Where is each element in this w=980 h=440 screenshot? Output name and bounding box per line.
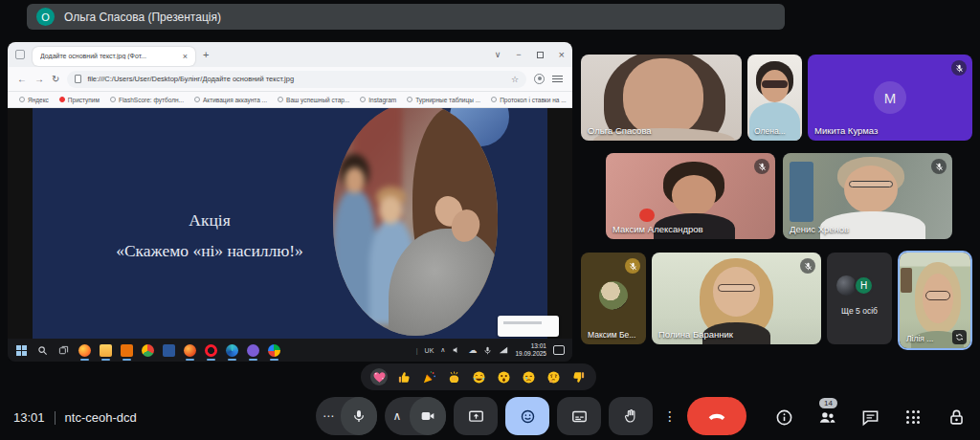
back-icon[interactable]: ← (17, 74, 27, 84)
self-video-tile-liliya[interactable]: Лілія ... (898, 251, 972, 350)
mic-off-icon (931, 159, 947, 174)
file-explorer-icon[interactable] (100, 344, 112, 357)
reactions-button[interactable] (505, 397, 549, 435)
camera-flip-icon[interactable] (952, 330, 967, 344)
menu-icon[interactable] (552, 76, 563, 82)
info-icon[interactable] (773, 407, 794, 428)
opera-icon[interactable] (205, 344, 217, 357)
reaction-sparkling-heart-icon[interactable] (370, 368, 388, 385)
start-button-icon[interactable] (15, 344, 28, 357)
new-tab-button[interactable]: + (203, 49, 209, 60)
activities-grid-icon[interactable] (902, 407, 924, 428)
bookmark-item[interactable]: Ваш успешный стар... (278, 97, 349, 103)
reaction-party-popper-icon[interactable] (420, 368, 437, 385)
slide-line-2: «Скажемо «ні» насиллю!» (52, 235, 368, 266)
taskbar-tooltip (498, 316, 559, 337)
call-controls: ⋯ ∧ ⋮ (316, 397, 746, 435)
reaction-astonished-face-icon[interactable] (495, 368, 512, 385)
present-screen-button[interactable] (454, 397, 498, 435)
firefox-icon[interactable] (78, 344, 91, 357)
account-icon[interactable] (534, 74, 545, 84)
google-meet-window: O Ольга Спасова (Презентація) Додайте ос… (0, 0, 980, 440)
browser-tabstrip: Додайте основний текст.jpg (Фот... × + ∨… (8, 42, 572, 67)
search-icon[interactable] (36, 344, 49, 357)
forward-icon[interactable]: → (34, 74, 44, 84)
participant-name: Микита Курмаз (814, 125, 878, 136)
participant-name: Лілія ... (906, 334, 933, 343)
bookmark-item[interactable]: Приступим (59, 97, 100, 103)
video-tile-denys[interactable]: Денис Хренов (783, 153, 952, 239)
reaction-thumbs-down-icon[interactable] (569, 368, 587, 385)
browser-tab[interactable]: Додайте основний текст.jpg (Фот... × (33, 47, 195, 66)
video-tile-maksym-a[interactable]: Максим Александров (606, 153, 775, 239)
slide-image: Акція «Скажемо «ні» насиллю!» (33, 108, 547, 362)
address-bar[interactable]: file:///C:/Users/User/Desktop/Булінг/Дод… (67, 71, 526, 88)
reaction-thumbs-up-icon[interactable] (395, 368, 412, 385)
more-options-icon[interactable]: ⋮ (660, 397, 679, 435)
participant-name: Максим Бе... (588, 330, 635, 340)
video-tile-olga[interactable]: Ольга Спасова (581, 55, 742, 141)
bookmark-item[interactable]: FlashScore: футболн... (110, 97, 184, 103)
cloud-icon[interactable]: ☁ (468, 345, 477, 355)
mic-button[interactable]: ⋯ (316, 397, 377, 435)
camera-options-icon[interactable]: ∧ (385, 409, 410, 423)
letter-avatar: M (874, 81, 906, 114)
chat-icon[interactable] (859, 407, 880, 428)
raise-hand-button[interactable] (609, 397, 653, 435)
mic-off-icon (625, 258, 640, 274)
reaction-crying-face-icon[interactable] (520, 368, 537, 385)
notification-center-icon[interactable] (553, 345, 565, 355)
host-controls-lock-icon[interactable] (946, 407, 967, 428)
overflow-tile[interactable]: H Ще 5 осіб (827, 253, 892, 344)
bookmark-star-icon[interactable]: ☆ (511, 75, 519, 84)
word-icon[interactable] (163, 344, 175, 357)
image-viewer: Акція «Скажемо «ні» насиллю!» (8, 108, 572, 362)
minimize-button[interactable]: − (516, 50, 521, 59)
bookmark-item[interactable]: Турнирные таблицы ... (407, 97, 480, 103)
reaction-clapping-hands-icon[interactable] (445, 368, 462, 385)
language-indicator[interactable]: UK (425, 347, 434, 354)
mic-options-icon[interactable]: ⋯ (316, 409, 341, 423)
people-icon[interactable]: 14 (816, 407, 837, 428)
bookmark-item[interactable]: Яндекс (19, 97, 49, 103)
file-icon (75, 75, 81, 83)
end-call-button[interactable] (687, 397, 746, 435)
orange-app-icon[interactable] (121, 344, 133, 357)
reaction-face-with-tears-of-joy-icon[interactable] (470, 368, 487, 385)
reaction-thinking-face-icon[interactable] (545, 368, 562, 385)
divider (55, 411, 56, 425)
video-tile-maksym-b[interactable]: Максим Бе... (581, 253, 646, 344)
video-tile-olena[interactable]: Олена... (747, 55, 802, 141)
maximize-button[interactable] (537, 52, 544, 58)
taskbar-clock[interactable]: 13:01 19.09.2025 (515, 342, 546, 359)
camera-button[interactable]: ∧ (385, 397, 446, 435)
mic-off-icon (800, 258, 815, 274)
purple-app-icon[interactable] (247, 344, 259, 357)
mic-icon[interactable] (341, 397, 377, 435)
bookmark-item[interactable]: Протокол і ставки на ... (491, 97, 566, 103)
chrome-icon[interactable] (142, 344, 154, 357)
overflow-letter-avatar: H (854, 275, 874, 296)
captions-button[interactable] (557, 397, 601, 435)
firefox-2-icon[interactable] (184, 344, 196, 357)
close-window-button[interactable]: × (559, 49, 565, 60)
meet-icon[interactable] (268, 344, 280, 357)
participant-name: Максим Александров (612, 224, 703, 234)
video-tile-mykyta[interactable]: M Микита Курмаз (808, 55, 972, 141)
reload-icon[interactable]: ↻ (52, 74, 59, 84)
task-view-icon[interactable] (57, 344, 70, 357)
video-tile-polina[interactable]: Полина Баранник (652, 253, 821, 344)
bookmark-item[interactable]: Instagram (360, 97, 396, 103)
tabs-menu-icon[interactable]: ∨ (495, 50, 501, 59)
edge-icon[interactable] (226, 344, 238, 357)
mic-off-icon (951, 60, 967, 76)
bookmark-item[interactable]: Активация аккаунта ... (194, 97, 267, 103)
tray-mic-icon[interactable] (483, 346, 492, 355)
tab-close-icon[interactable]: × (183, 52, 188, 61)
clock-time: 13:01 (13, 410, 45, 425)
speaker-icon[interactable] (452, 345, 461, 355)
network-icon[interactable] (499, 345, 508, 355)
camera-icon[interactable] (410, 397, 446, 435)
hidden-icons-caret[interactable]: ∧ (440, 346, 445, 354)
windows-taskbar: | UK ∧ ☁ 13:01 19.09.2025 (8, 339, 572, 362)
